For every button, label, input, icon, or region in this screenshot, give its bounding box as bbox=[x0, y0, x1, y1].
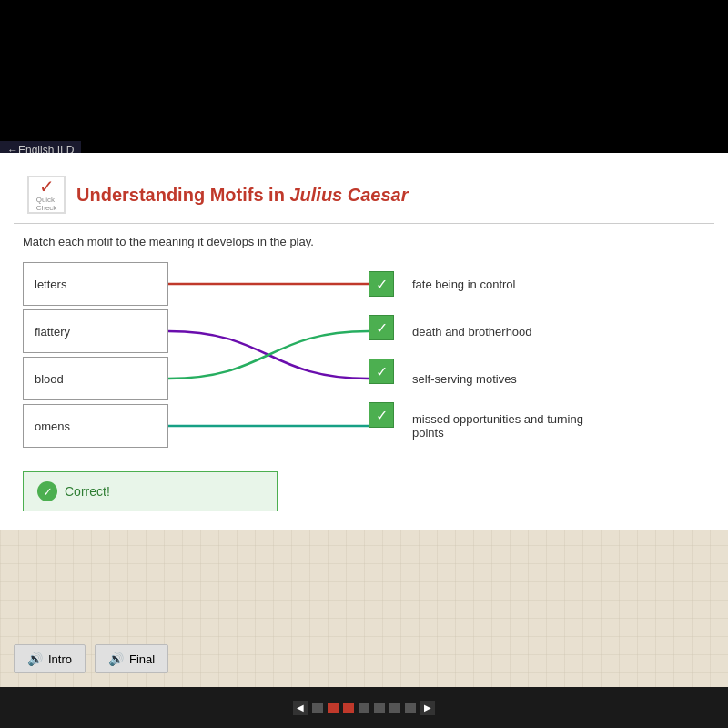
correct-text: Correct! bbox=[65, 484, 110, 499]
taskbar-btn-7[interactable] bbox=[405, 703, 416, 713]
content-area: ✓ QuickCheck Understanding Motifs in Jul… bbox=[0, 153, 728, 530]
taskbar-btn-2[interactable] bbox=[328, 703, 339, 713]
left-item-omens: omens bbox=[23, 404, 168, 448]
intro-button[interactable]: 🔊 Intro bbox=[14, 644, 86, 673]
checkbox-2: ✓ bbox=[369, 315, 394, 340]
connections-svg bbox=[168, 262, 369, 453]
title-italic: Julius Caesar bbox=[289, 185, 408, 205]
inner-content: Match each motif to the meaning it devel… bbox=[14, 224, 714, 516]
speaker-icon-final: 🔊 bbox=[108, 652, 124, 666]
header-title: Understanding Motifs in Julius Caesar bbox=[76, 185, 409, 206]
taskbar-bottom: ◀ ▶ bbox=[0, 687, 728, 728]
final-button[interactable]: 🔊 Final bbox=[95, 644, 168, 673]
taskbar-btn-6[interactable] bbox=[389, 703, 400, 713]
intro-label: Intro bbox=[48, 652, 72, 666]
left-item-blood: blood bbox=[23, 357, 168, 400]
taskbar-btn-4[interactable] bbox=[359, 703, 369, 713]
bottom-bar: 🔊 Intro 🔊 Final bbox=[0, 635, 728, 682]
right-item-missed: missed opportunities and turning points bbox=[401, 404, 602, 448]
checkbox-4: ✓ bbox=[369, 402, 394, 428]
header: ✓ QuickCheck Understanding Motifs in Jul… bbox=[14, 167, 714, 224]
right-item-fate: fate being in control bbox=[401, 262, 602, 306]
left-items-column: letters flattery blood omens bbox=[23, 262, 168, 451]
title-text: Understanding Motifs in bbox=[76, 185, 289, 205]
taskbar-nav-left[interactable]: ◀ bbox=[293, 701, 308, 715]
checkbox-3: ✓ bbox=[369, 359, 394, 384]
correct-banner: ✓ Correct! bbox=[23, 471, 278, 511]
right-items-column: fate being in control death and brotherh… bbox=[401, 262, 602, 451]
right-item-self-serving: self-serving motives bbox=[401, 357, 602, 400]
main-container: ✓ QuickCheck Understanding Motifs in Jul… bbox=[0, 153, 728, 728]
taskbar-nav-right[interactable]: ▶ bbox=[420, 701, 435, 715]
right-item-death: death and brotherhood bbox=[401, 309, 602, 353]
taskbar-btn-1[interactable] bbox=[312, 703, 323, 713]
left-item-flattery: flattery bbox=[23, 309, 168, 353]
final-label: Final bbox=[129, 652, 155, 666]
quick-check-label: QuickCheck bbox=[36, 196, 57, 212]
quick-check-icon: ✓ QuickCheck bbox=[27, 176, 66, 214]
left-item-letters: letters bbox=[23, 262, 168, 306]
instruction: Match each motif to the meaning it devel… bbox=[23, 235, 705, 248]
correct-icon: ✓ bbox=[37, 481, 57, 501]
taskbar-btn-5[interactable] bbox=[374, 703, 385, 713]
taskbar-btn-3[interactable] bbox=[343, 703, 354, 713]
matching-layout: letters flattery blood omens bbox=[23, 262, 705, 453]
speaker-icon-intro: 🔊 bbox=[27, 652, 43, 666]
checkboxes-column: ✓ ✓ ✓ ✓ bbox=[369, 262, 401, 446]
check-mark-icon: ✓ bbox=[39, 177, 55, 196]
connector-area bbox=[168, 262, 369, 453]
checkbox-1: ✓ bbox=[369, 271, 394, 297]
